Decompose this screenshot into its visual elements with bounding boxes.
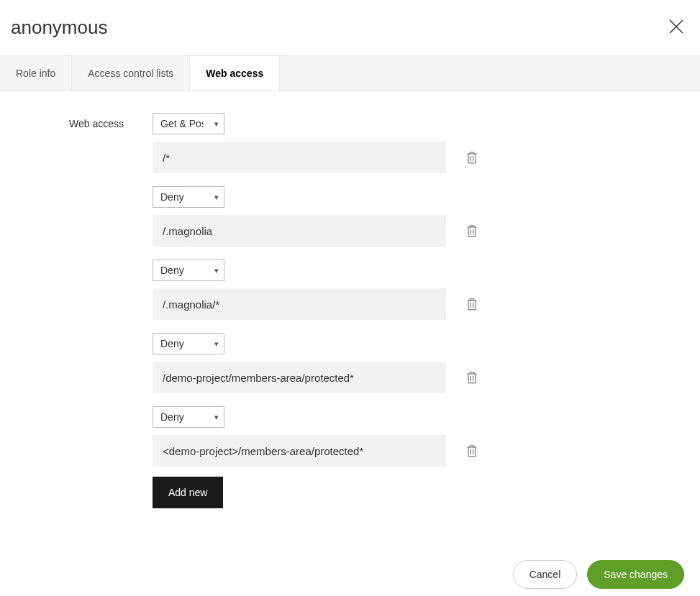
permission-select[interactable]: Deny [153, 333, 224, 354]
web-access-label: Web access [0, 118, 138, 129]
add-new-row: Add new [153, 467, 700, 508]
rule-row: Deny [153, 260, 700, 281]
delete-rule-button[interactable] [465, 150, 479, 165]
rule-row: Deny [153, 333, 700, 354]
trash-icon [465, 444, 478, 458]
tab-web-access[interactable]: Web access [190, 56, 280, 91]
rule-path-row [153, 215, 700, 247]
trash-icon [465, 297, 478, 311]
close-button[interactable] [663, 14, 689, 42]
delete-rule-button[interactable] [465, 370, 479, 385]
path-input[interactable] [153, 215, 446, 247]
path-input[interactable] [153, 288, 446, 320]
content-scroll-area[interactable]: Web access Get & Post [0, 91, 700, 543]
dialog-footer: Cancel Save changes [0, 553, 700, 596]
rule-row: Web access Get & Post [0, 113, 700, 134]
cancel-button[interactable]: Cancel [513, 560, 578, 589]
permission-select-wrap: Deny [153, 333, 224, 354]
save-changes-button[interactable]: Save changes [587, 560, 684, 589]
form-content: Web access Get & Post [0, 91, 700, 523]
tab-bar: Role info Access control lists Web acces… [0, 55, 700, 91]
delete-rule-button[interactable] [465, 224, 479, 238]
permission-select[interactable]: Deny [153, 406, 224, 428]
permission-select-wrap: Get & Post [153, 113, 224, 134]
tab-role-info[interactable]: Role info [0, 56, 72, 91]
permission-select-wrap: Deny [153, 406, 224, 428]
trash-icon [465, 370, 478, 385]
trash-icon [465, 224, 478, 238]
delete-rule-button[interactable] [465, 444, 479, 458]
close-icon [668, 18, 685, 35]
tab-access-control-lists[interactable]: Access control lists [72, 56, 190, 91]
rule-path-row [153, 288, 700, 320]
dialog-header: anonymous [0, 0, 700, 55]
permission-select-wrap: Deny [153, 186, 224, 208]
delete-rule-button[interactable] [465, 297, 479, 311]
path-input[interactable] [153, 142, 446, 173]
rule-row: Deny [153, 186, 700, 208]
path-input[interactable] [153, 435, 446, 467]
rule-path-row [153, 142, 700, 173]
rule-path-row [153, 435, 700, 467]
permission-select-wrap: Deny [153, 260, 224, 281]
permission-select[interactable]: Deny [153, 260, 224, 281]
rule-path-row [153, 362, 700, 393]
path-input[interactable] [153, 362, 446, 393]
permission-select[interactable]: Deny [153, 186, 224, 208]
rule-row: Deny [153, 406, 700, 428]
trash-icon [465, 150, 478, 165]
page-title: anonymous [11, 17, 107, 39]
permission-select[interactable]: Get & Post [153, 113, 224, 134]
add-new-button[interactable]: Add new [153, 477, 223, 508]
